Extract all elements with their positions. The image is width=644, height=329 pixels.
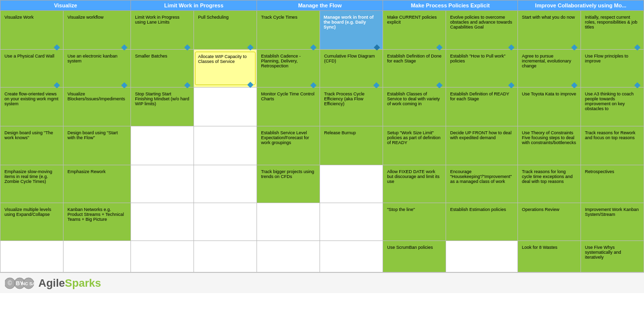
card-a3-thinking: Use A3 thinking to coach people towards …	[582, 90, 642, 124]
card-emphasize-rework: Emphasize Rework	[65, 167, 129, 201]
cell-r4-c10: Track reasons for Rework and focus on to…	[580, 126, 644, 165]
card-long-cycle-exceptions: Track reasons for long cycle time except…	[519, 167, 579, 201]
cell-r6-c6-empty	[320, 203, 383, 241]
empty-r7-c4	[195, 243, 256, 270]
card-smaller-batches: Smaller Batches	[132, 52, 192, 85]
card-improvement-kanban: Improvement Work Kanban System/Stream	[582, 205, 642, 239]
card-work-size-limit: Setup "Work Size Limit" policies as part…	[385, 128, 444, 163]
card-operations-review: Operations Review	[519, 205, 579, 239]
cell-r2-c8: Establish "How to Pull work" policies	[446, 50, 518, 88]
card-kanban-networks: Kanban Networks e.g. Product Streams + T…	[65, 205, 129, 239]
card-evolve-policies: Evolve policies to overcome obstacles an…	[448, 13, 516, 47]
empty-r7-c5	[258, 243, 319, 270]
empty-r5-c6	[321, 167, 382, 201]
card-retrospectives: Retrospectives	[582, 167, 642, 201]
cell-r7-c5-empty	[257, 241, 320, 272]
cell-r3-c6: Track Process Cycle Efficiency (aka Flow…	[320, 88, 383, 126]
cell-r7-c6-empty	[320, 241, 383, 272]
cell-r6-c10: Improvement Work Kanban System/Stream	[580, 203, 644, 241]
card-track-rework: Track reasons for Rework and focus on to…	[582, 128, 642, 163]
cell-r2-c2: Use an electronic kanban system	[63, 50, 130, 88]
empty-r5-c4	[195, 167, 256, 201]
cell-r7-c10: Use Five Whys systematically and iterati…	[580, 241, 644, 272]
card-sle: Establish Service Level Expectation/Fore…	[258, 128, 318, 163]
cell-r4-c8: Decide UP FRONT how to deal with expedit…	[446, 126, 518, 165]
empty-r7-c2	[64, 243, 129, 270]
creative-commons-icons: © BY NC SA	[5, 276, 34, 290]
cell-r2-c3: Smaller Batches	[131, 50, 194, 88]
cell-r5-c9: Track reasons for long cycle time except…	[517, 165, 580, 203]
card-how-to-pull: Establish "How to Pull work" policies	[448, 52, 516, 85]
cell-r3-c5: Monitor Cycle Time Control Charts	[257, 88, 320, 126]
empty-r6-c6	[321, 205, 382, 239]
cell-r3-c10: Use A3 thinking to coach people towards …	[580, 88, 644, 126]
cell-r7-c1-empty	[0, 241, 64, 272]
card-stop-the-line: "Stop the line"	[385, 205, 444, 239]
card-physical-card-wall: Use a Physical Card Wall	[2, 52, 62, 85]
empty-r6-c4	[195, 205, 256, 239]
card-pull-scheduling: Pull Scheduling	[195, 13, 255, 47]
empty-r6-c3	[132, 205, 193, 239]
cell-r6-c2: Kanban Networks e.g. Product Streams + T…	[63, 203, 130, 241]
cell-r1-c9: Start with what you do now	[517, 11, 580, 50]
card-zombie-cycle: Emphasize slow-moving items in real time…	[2, 167, 62, 201]
cell-r3-c4-empty	[194, 88, 257, 126]
cell-r6-c9: Operations Review	[517, 203, 580, 241]
cell-r1-c3: Limit Work in Progress using Lane Limits	[131, 11, 194, 50]
empty-r5-c3	[132, 167, 193, 201]
kanban-maturity-model: Visualize Limit Work in Progress Manage …	[0, 0, 644, 293]
cell-r5-c6-empty	[320, 165, 383, 203]
cell-r1-c4: Pull Scheduling	[194, 11, 257, 50]
header-limit-wip: Limit Work in Progress	[131, 0, 257, 11]
card-respect-roles: Initially, respect current roles, respon…	[582, 13, 642, 47]
cell-r4-c4-empty	[194, 126, 257, 165]
svg-text:NC SA: NC SA	[22, 281, 34, 286]
card-visualize-work: Visualize Work	[2, 13, 62, 47]
footer: © BY NC SA AgileSparks	[0, 272, 644, 293]
cell-r1-c6: Manage work in front of the board (e.g. …	[320, 11, 383, 50]
empty-r7-c6	[321, 243, 382, 270]
empty-r7-c1	[1, 243, 62, 270]
cell-r2-c5: Establish Cadence - Planning, Delivery, …	[257, 50, 320, 88]
cell-r5-c5: Track bigger projects using trends on CF…	[257, 165, 320, 203]
card-establish-cadence: Establish Cadence - Planning, Delivery, …	[258, 52, 318, 85]
cell-r2-c1: Use a Physical Card Wall	[0, 50, 64, 88]
card-expand-collapse: Visualize multiple levels using Expand/C…	[2, 205, 62, 239]
card-flow-principles: Use Flow principles to improve	[582, 52, 642, 85]
card-current-policies: Make CURRENT policies explicit	[385, 13, 444, 47]
card-cycle-time-control: Monitor Cycle Time Control Charts	[258, 90, 318, 124]
cell-r3-c9: Use Toyota Kata to improve	[517, 88, 580, 126]
card-track-cycle-times: Track Cycle Times	[258, 13, 318, 47]
card-expedited-demand: Decide UP FRONT how to deal with expedit…	[448, 128, 516, 163]
empty-r4-c4	[195, 128, 256, 163]
card-stop-starting: Stop Starting Start Finishing Mindset (w…	[132, 90, 192, 124]
cell-r4-c6: Release Burnup	[320, 126, 383, 165]
cell-r3-c7: Establish Classes of Service to deal wit…	[383, 88, 446, 126]
card-electronic-kanban: Use an electronic kanban system	[65, 52, 129, 85]
cell-r6-c4-empty	[194, 203, 257, 241]
cell-r1-c2: Visualize workflow	[63, 11, 130, 50]
cell-r3-c8: Establish Definition of READY for each S…	[446, 88, 518, 126]
card-flow-oriented-views: Create flow-oriented views on your exist…	[2, 90, 62, 124]
card-toc-five-steps: Use Theory of Constraints Five focusing …	[519, 128, 579, 163]
header-visualize: Visualize	[0, 0, 131, 11]
card-work-knows: Design board using "The work knows"	[2, 128, 62, 163]
cell-r6-c7: "Stop the line"	[383, 203, 446, 241]
card-fixed-date: Allow FIXED DATE work but discourage and…	[385, 167, 444, 201]
card-bigger-projects-cfd: Track bigger projects using trends on CF…	[258, 167, 318, 201]
card-five-whys: Use Five Whys systematically and iterati…	[582, 243, 642, 270]
card-housekeeping: Encourage "Housekeeping"/"Improvement" a…	[448, 167, 516, 201]
brand-agile: AgileSparks	[38, 277, 101, 290]
cell-r7-c9: Look for 8 Wastes	[517, 241, 580, 272]
cell-r3-c3: Stop Starting Start Finishing Mindset (w…	[131, 88, 194, 126]
card-flow-efficiency: Track Process Cycle Efficiency (aka Flow…	[322, 90, 381, 124]
cell-r6-c5-empty	[257, 203, 320, 241]
empty-cell-r3-c4	[195, 90, 256, 124]
card-limit-wip-lanes: Limit Work in Progress using Lane Limits	[132, 13, 192, 47]
cell-r7-c8-empty	[446, 241, 518, 272]
card-allocate-wip-cos: Allocate WIP Capacity to Classes of Serv…	[195, 52, 256, 85]
cell-r2-c10: Use Flow principles to improve	[580, 50, 644, 88]
cell-r4-c5: Establish Service Level Expectation/Fore…	[257, 126, 320, 165]
cell-r4-c9: Use Theory of Constraints Five focusing …	[517, 126, 580, 165]
cell-r6-c3-empty	[131, 203, 194, 241]
